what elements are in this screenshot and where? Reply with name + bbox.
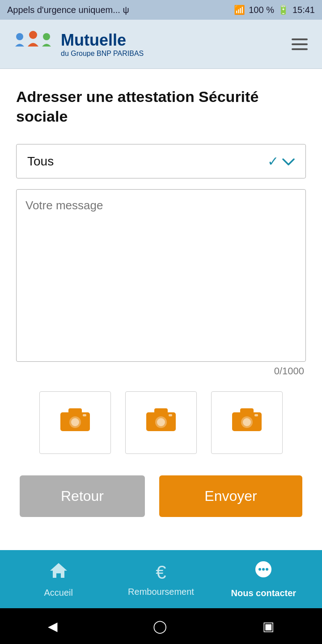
- logo-text: Mutuelle du Groupe BNP PARIBAS: [61, 31, 144, 58]
- envoyer-button[interactable]: Envoyer: [159, 475, 302, 517]
- nav-item-remboursement[interactable]: € Remboursement: [110, 562, 212, 597]
- back-button[interactable]: ◀: [48, 619, 58, 634]
- hamburger-menu[interactable]: [288, 35, 311, 54]
- status-bar: Appels d'urgence uniquem... ψ 📶 100 % 🔋 …: [0, 0, 322, 20]
- dropdown-selected-value: Tous: [27, 154, 54, 169]
- status-battery-icon: 🔋: [278, 4, 289, 15]
- char-count: 0/1000: [16, 365, 306, 377]
- status-battery-text: 100 %: [249, 5, 274, 15]
- hamburger-line-1: [292, 38, 308, 40]
- camera-icon-1: [59, 406, 91, 440]
- svg-rect-14: [240, 408, 254, 414]
- camera-button-1[interactable]: [39, 391, 111, 454]
- message-textarea[interactable]: [17, 190, 305, 360]
- camera-button-3[interactable]: [211, 391, 283, 454]
- svg-point-0: [16, 33, 23, 40]
- chat-icon: [254, 560, 273, 585]
- svg-point-11: [157, 418, 165, 426]
- main-content: Adresser une attestation Sécurité social…: [0, 69, 322, 550]
- home-icon: [49, 561, 68, 584]
- page-title: Adresser une attestation Sécurité social…: [16, 87, 306, 126]
- status-carrier: Appels d'urgence uniquem... ψ: [7, 5, 129, 15]
- chevron-svg: [282, 158, 295, 166]
- svg-rect-17: [254, 414, 258, 416]
- logo-svg: [11, 29, 55, 60]
- hamburger-line-2: [292, 43, 308, 45]
- android-nav: ◀ ◯ ▣: [0, 608, 322, 644]
- svg-point-21: [262, 568, 265, 571]
- camera-svg-2: [145, 406, 177, 433]
- message-wrapper: [16, 189, 306, 362]
- home-svg: [49, 561, 68, 580]
- camera-button-2[interactable]: [125, 391, 197, 454]
- svg-rect-4: [68, 408, 82, 414]
- status-signal: 📶: [234, 4, 245, 15]
- nav-label-remboursement: Remboursement: [128, 587, 194, 597]
- svg-rect-7: [83, 414, 86, 416]
- svg-point-6: [71, 418, 79, 426]
- home-button[interactable]: ◯: [153, 619, 167, 634]
- status-time: 15:41: [292, 5, 315, 15]
- logo-subtitle: du Groupe BNP PARIBAS: [61, 50, 144, 58]
- app-header: Mutuelle du Groupe BNP PARIBAS: [0, 20, 322, 69]
- svg-rect-12: [169, 414, 172, 416]
- svg-point-16: [243, 418, 251, 426]
- chevron-down-icon: ✓: [267, 153, 295, 169]
- camera-svg-1: [59, 406, 91, 433]
- logo-container: Mutuelle du Groupe BNP PARIBAS: [11, 29, 144, 60]
- svg-point-20: [258, 568, 261, 571]
- camera-icon-3: [231, 406, 263, 440]
- camera-svg-3: [231, 406, 263, 433]
- nav-label-contact: Nous contacter: [231, 588, 297, 598]
- nav-label-accueil: Accueil: [44, 588, 72, 598]
- svg-marker-18: [50, 563, 67, 578]
- retour-button[interactable]: Retour: [20, 475, 145, 517]
- nav-item-contact[interactable]: Nous contacter: [212, 560, 315, 598]
- recents-button[interactable]: ▣: [263, 619, 274, 634]
- svg-point-2: [43, 33, 50, 40]
- chat-svg: [254, 560, 273, 580]
- camera-row: [16, 391, 306, 454]
- beneficiary-dropdown[interactable]: Tous ✓: [16, 144, 306, 178]
- nav-item-accueil[interactable]: Accueil: [7, 561, 110, 598]
- logo-brand: Mutuelle: [61, 31, 144, 50]
- camera-icon-2: [145, 406, 177, 440]
- svg-rect-9: [154, 408, 168, 414]
- euro-icon: €: [156, 562, 166, 583]
- bottom-nav: Accueil € Remboursement Nous contacter: [0, 550, 322, 608]
- hamburger-line-3: [292, 48, 308, 50]
- svg-point-1: [29, 31, 37, 39]
- svg-point-22: [266, 568, 268, 571]
- status-icons: 📶 100 % 🔋 15:41: [234, 4, 315, 15]
- action-row: Retour Envoyer: [16, 475, 306, 517]
